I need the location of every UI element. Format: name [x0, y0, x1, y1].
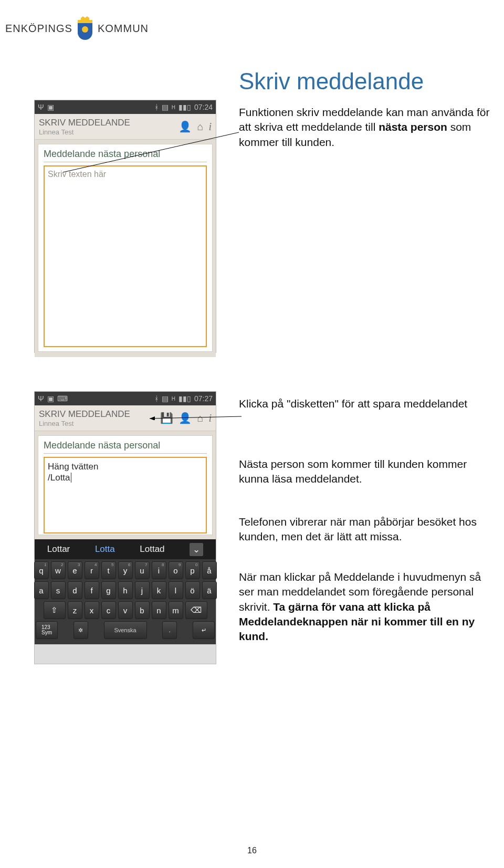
screenshot-phone-2: Ψ ▣ ⌨ ᚼ ▤ H ▮▮▯ 07:27 SKRIV MEDDELANDE L… — [34, 391, 216, 664]
status-icons-right: ᚼ ▤ H ▮▮▯ 07:24 — [154, 103, 213, 111]
keyboard-suggestions[interactable]: Lottar Lotta Lottad ⌄ — [35, 539, 216, 559]
shift-key[interactable]: ⇧ — [44, 601, 66, 619]
key-å[interactable]: å — [202, 561, 217, 579]
spacebar-key[interactable]: Svenska — [104, 621, 147, 639]
person-icon[interactable]: 👤 — [178, 412, 192, 424]
text-bold: Ta gärna för vana att klicka på Meddelan… — [239, 601, 475, 643]
key-a[interactable]: a — [34, 581, 49, 599]
soft-keyboard[interactable]: q1w2e3r4t5y6u7i8o9p0å asdfghjklöä ⇧ zxcv… — [35, 559, 216, 644]
vibrate-icon: ▤ — [162, 394, 169, 403]
logo-crest-icon — [76, 16, 94, 41]
paragraph-save: Klicka på "disketten" för att spara medd… — [239, 396, 491, 411]
status-icons-left: Ψ ▣ ⌨ — [38, 394, 68, 403]
data-icon: H — [172, 396, 175, 402]
text-line: Häng tvätten — [48, 461, 203, 472]
signal-icon: ▮▮▯ — [178, 394, 191, 403]
screen-title: SKRIV MEDDELANDE — [39, 118, 130, 128]
usb-icon: Ψ — [38, 103, 44, 111]
key-y[interactable]: y6 — [118, 561, 133, 579]
key-k[interactable]: k — [152, 581, 166, 599]
key-v[interactable]: v — [118, 601, 133, 619]
key-ä[interactable]: ä — [202, 581, 217, 599]
divider — [44, 453, 207, 454]
key-u[interactable]: u7 — [135, 561, 150, 579]
key-x[interactable]: x — [85, 601, 99, 619]
home-icon[interactable]: ⌂ — [197, 412, 203, 424]
person-icon[interactable]: 👤 — [178, 120, 192, 133]
paragraph-vibrate: Telefonen vibrerar när man påbörjar besö… — [239, 515, 491, 545]
page-number: 16 — [0, 846, 504, 855]
message-card: Meddelande nästa personal Skriv texten h… — [38, 144, 213, 352]
enter-key[interactable]: ↵ — [193, 621, 215, 639]
key-z[interactable]: z — [68, 601, 82, 619]
key-o[interactable]: o9 — [169, 561, 183, 579]
logo-text-left: ENKÖPINGS — [5, 23, 72, 35]
key-s[interactable]: s — [51, 581, 66, 599]
info-icon[interactable]: i — [208, 121, 212, 133]
suggestion[interactable]: Lottad — [140, 544, 164, 555]
suggestion-selected[interactable]: Lotta — [95, 544, 115, 555]
key-j[interactable]: j — [135, 581, 150, 599]
svg-point-1 — [82, 26, 88, 33]
key-l[interactable]: l — [169, 581, 183, 599]
key-q[interactable]: q1 — [34, 561, 49, 579]
data-icon: H — [172, 104, 175, 110]
screen-subtitle: Linnea Test — [39, 128, 130, 136]
image-icon: ▣ — [47, 394, 54, 403]
text-line: /Lotta — [48, 472, 203, 483]
key-w[interactable]: w2 — [51, 561, 66, 579]
app-bar: SKRIV MEDDELANDE Linnea Test 👤 ⌂ i — [35, 114, 216, 140]
key-e[interactable]: e3 — [68, 561, 82, 579]
municipality-logo: ENKÖPINGS KOMMUN — [5, 16, 149, 41]
settings-key[interactable]: ✲ — [74, 621, 88, 639]
status-bar: Ψ ▣ ⌨ ᚼ ▤ H ▮▮▯ 07:27 — [35, 392, 216, 405]
paragraph-intro: Funktionen skriv meddelande kan man anvä… — [239, 105, 491, 150]
card-header: Meddelande nästa personal — [44, 440, 207, 451]
app-bar: SKRIV MEDDELANDE Linnea Test 💾 👤 ⌂ i — [35, 405, 216, 431]
chevron-down-icon[interactable]: ⌄ — [190, 543, 203, 556]
key-c[interactable]: c — [101, 601, 116, 619]
home-icon[interactable]: ⌂ — [197, 121, 203, 133]
key-t[interactable]: t5 — [101, 561, 116, 579]
info-icon[interactable]: i — [208, 412, 212, 424]
message-card: Meddelande nästa personal Häng tvätten /… — [38, 435, 213, 535]
backspace-key[interactable]: ⌫ — [185, 601, 207, 619]
key-n[interactable]: n — [152, 601, 166, 619]
message-textarea[interactable]: Skriv texten här — [44, 165, 207, 347]
clock: 07:24 — [194, 103, 213, 111]
card-header: Meddelande nästa personal — [44, 149, 207, 160]
text-bold: nästa person — [379, 121, 447, 133]
key-f[interactable]: f — [85, 581, 99, 599]
key-d[interactable]: d — [68, 581, 82, 599]
key-p[interactable]: p0 — [185, 561, 200, 579]
key-r[interactable]: r4 — [85, 561, 99, 579]
bluetooth-icon: ᚼ — [154, 394, 159, 403]
image-icon: ▣ — [47, 103, 54, 111]
bluetooth-icon: ᚼ — [154, 103, 159, 111]
clock: 07:27 — [194, 394, 213, 403]
status-icons-right: ᚼ ▤ H ▮▮▯ 07:27 — [154, 394, 213, 403]
usb-icon: Ψ — [38, 394, 44, 403]
key-h[interactable]: h — [118, 581, 133, 599]
screen-title: SKRIV MEDDELANDE — [39, 409, 130, 420]
key-m[interactable]: m — [169, 601, 183, 619]
status-bar: Ψ ▣ ᚼ ▤ H ▮▮▯ 07:24 — [35, 100, 216, 114]
status-icons-left: Ψ ▣ — [38, 103, 54, 111]
screenshot-phone-1: Ψ ▣ ᚼ ▤ H ▮▮▯ 07:24 SKRIV MEDDELANDE Lin… — [34, 100, 216, 353]
key-b[interactable]: b — [135, 601, 150, 619]
paragraph-next: Nästa person som kommer till kunden komm… — [239, 457, 491, 487]
signal-icon: ▮▮▯ — [178, 103, 191, 111]
save-icon[interactable]: 💾 — [160, 412, 173, 424]
period-key[interactable]: . — [162, 621, 177, 639]
keyboard-icon: ⌨ — [57, 394, 68, 403]
suggestion[interactable]: Lottar — [47, 544, 70, 555]
logo-text-right: KOMMUN — [98, 23, 149, 35]
page-title: Skriv meddelande — [239, 68, 424, 95]
symbols-key[interactable]: 123 Sym — [36, 621, 58, 639]
divider — [44, 162, 207, 162]
key-ö[interactable]: ö — [185, 581, 200, 599]
key-i[interactable]: i8 — [152, 561, 166, 579]
message-textarea[interactable]: Häng tvätten /Lotta — [44, 457, 207, 534]
vibrate-icon: ▤ — [162, 103, 169, 111]
key-g[interactable]: g — [101, 581, 116, 599]
